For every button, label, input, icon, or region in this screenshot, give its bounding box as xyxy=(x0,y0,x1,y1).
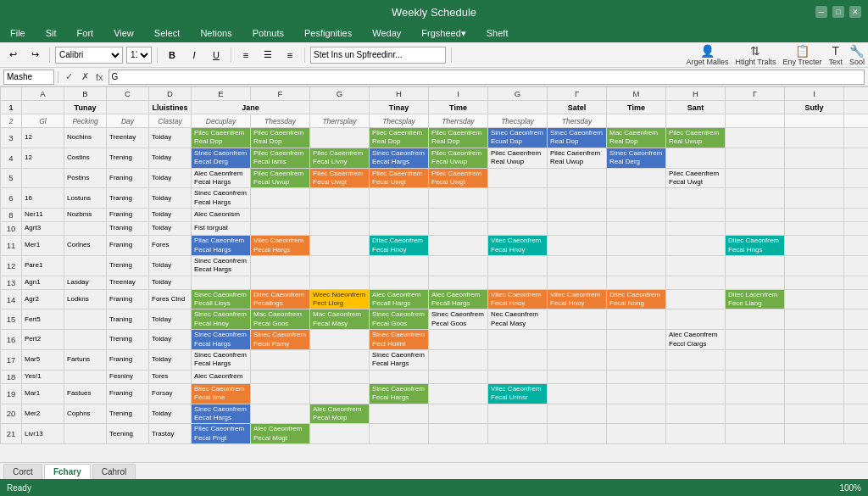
cell-16-7[interactable]: Sinec Caeonfrem Pect Holmt xyxy=(370,330,429,350)
align-left-button[interactable]: ≡ xyxy=(236,46,255,64)
cell-11-6[interactable] xyxy=(310,236,370,256)
col-N[interactable]: Γ xyxy=(726,87,785,101)
cell-18-8[interactable] xyxy=(429,370,488,383)
cell-16-2[interactable]: Trening xyxy=(107,330,149,350)
cell-13-14[interactable] xyxy=(785,276,844,289)
cell-3-9[interactable]: Sinec Caeonfrem Ecual Dap xyxy=(488,128,548,148)
cell-17-12[interactable] xyxy=(666,350,726,371)
cell-21-3[interactable]: Trastay xyxy=(149,424,192,444)
menu-view[interactable]: View xyxy=(110,27,137,39)
cell-16-3[interactable]: Toiday xyxy=(149,330,192,350)
cell-17-15[interactable] xyxy=(844,350,869,371)
cell-14-0[interactable]: Agr2 xyxy=(22,289,64,309)
cell-2-P[interactable] xyxy=(844,114,869,128)
cell-12-0[interactable]: Pare1 xyxy=(22,255,64,276)
cell-4-13[interactable] xyxy=(726,148,785,168)
cell-8-15[interactable] xyxy=(844,209,869,222)
cell-15-13[interactable] xyxy=(726,309,785,330)
cell-4-0[interactable]: 12 xyxy=(22,148,64,168)
cell-2-D[interactable]: Clastay xyxy=(149,114,192,128)
cell-15-6[interactable]: Mac Caeonfrem Pecal Masy xyxy=(310,309,370,330)
cell-5-15[interactable] xyxy=(844,168,869,188)
cell-20-2[interactable]: Trening xyxy=(107,404,149,424)
col-K[interactable]: Γ xyxy=(548,87,607,101)
close-button[interactable]: ✕ xyxy=(849,6,861,18)
menu-fort[interactable]: Fort xyxy=(74,27,97,39)
cell-16-4[interactable]: Sinec Caeonfrem Fecal Hargs xyxy=(192,330,251,350)
cell-20-15[interactable] xyxy=(844,404,869,424)
cell-18-10[interactable] xyxy=(548,370,607,383)
cell-19-0[interactable]: Mar1 xyxy=(22,383,64,404)
cell-18-11[interactable] xyxy=(607,370,666,383)
cell-10-9[interactable] xyxy=(488,222,548,236)
cell-21-0[interactable]: Livr13 xyxy=(22,424,64,444)
row-header-2[interactable]: 2 xyxy=(1,114,22,128)
align-center-button[interactable]: ☰ xyxy=(259,46,277,64)
cell-6-3[interactable]: Toiday xyxy=(149,188,192,209)
cell-17-0[interactable]: Mar5 xyxy=(22,350,64,371)
cell-10-8[interactable] xyxy=(429,222,488,236)
cell-17-2[interactable]: Franing xyxy=(107,350,149,371)
height-icon-panel[interactable]: ⇅Htight Tralts xyxy=(735,44,776,66)
col-B[interactable]: B xyxy=(64,87,107,101)
cell-21-12[interactable] xyxy=(666,424,726,444)
cell-12-2[interactable]: Trening xyxy=(107,255,149,276)
cell-14-13[interactable]: Ditec Lacenfrem Fece Llang xyxy=(726,289,785,309)
cell-6-4[interactable]: Sinec Caeonfrem Fecal Hargs xyxy=(192,188,251,209)
cell-19-5[interactable] xyxy=(251,383,310,404)
menu-weday[interactable]: Weday xyxy=(369,27,404,39)
italic-button[interactable]: I xyxy=(185,46,203,64)
cell-17-3[interactable]: Toiday xyxy=(149,350,192,371)
cell-15-3[interactable]: Toiday xyxy=(149,309,192,330)
cell-3-11[interactable]: Mac Caeenfrem Real Dop xyxy=(607,128,666,148)
cell-8-2[interactable]: Franing xyxy=(107,209,149,222)
cell-14-12[interactable] xyxy=(666,289,726,309)
cell-4-14[interactable] xyxy=(785,148,844,168)
cell-18-6[interactable] xyxy=(310,370,370,383)
cell-6-13[interactable] xyxy=(726,188,785,209)
formula-input[interactable] xyxy=(108,70,865,85)
cell-4-5[interactable]: Pilec Caeenfrem Fecal lams xyxy=(251,148,310,168)
cell-20-0[interactable]: Mer2 xyxy=(22,404,64,424)
cell-3-3[interactable]: Toiday xyxy=(149,128,192,148)
cell-3-5[interactable]: Pilec Caeenfrem Real Dop xyxy=(251,128,310,148)
cell-5-13[interactable] xyxy=(726,168,785,188)
cell-11-0[interactable]: Mer1 xyxy=(22,236,64,256)
cell-12-3[interactable]: Toiday xyxy=(149,255,192,276)
font-size-select[interactable]: 11 xyxy=(126,47,152,64)
cell-2-N[interactable] xyxy=(726,114,785,128)
redo-button[interactable]: ↪ xyxy=(25,46,44,64)
cell-10-3[interactable]: Toiday xyxy=(149,222,192,236)
cell-12-11[interactable] xyxy=(607,255,666,276)
sheet-tab-fchary[interactable]: Fchary xyxy=(44,464,91,479)
cell-6-10[interactable] xyxy=(548,188,607,209)
cell-15-2[interactable]: Traning xyxy=(107,309,149,330)
row-header-16[interactable]: 16 xyxy=(1,330,22,350)
cell-21-5[interactable]: Alec Caeonfrem Pecal Mogt xyxy=(251,424,310,444)
maximize-button[interactable]: □ xyxy=(832,6,844,18)
cell-1-F[interactable] xyxy=(310,101,370,114)
cell-6-2[interactable]: Traning xyxy=(107,188,149,209)
cell-16-13[interactable] xyxy=(726,330,785,350)
cell-2-H[interactable]: Thecsplay xyxy=(370,114,429,128)
row-header-12[interactable]: 12 xyxy=(1,255,22,276)
cell-18-2[interactable]: Fesniny xyxy=(107,370,149,383)
row-header-21[interactable]: 21 xyxy=(1,424,22,444)
cell-4-9[interactable]: Pilec Caeenfrem Real Uwup xyxy=(488,148,548,168)
cell-8-7[interactable] xyxy=(370,209,429,222)
cell-6-1[interactable]: Lostuns xyxy=(64,188,107,209)
menu-pesfign[interactable]: Pesfignities xyxy=(301,27,355,39)
col-H[interactable]: H xyxy=(370,87,429,101)
cell-13-2[interactable]: Treeniay xyxy=(107,276,149,289)
cell-4-1[interactable]: Costins xyxy=(64,148,107,168)
cell-18-12[interactable] xyxy=(666,370,726,383)
cell-16-10[interactable] xyxy=(548,330,607,350)
cell-3-2[interactable]: Treentay xyxy=(107,128,149,148)
cell-3-0[interactable]: 12 xyxy=(22,128,64,148)
cell-15-10[interactable] xyxy=(548,309,607,330)
cell-19-9[interactable]: Vitec Caeonfrem Fecal Urmsr xyxy=(488,383,548,404)
cell-14-2[interactable]: Franing xyxy=(107,289,149,309)
cell-8-11[interactable] xyxy=(607,209,666,222)
cell-11-3[interactable]: Fores xyxy=(149,236,192,256)
cell-11-8[interactable] xyxy=(429,236,488,256)
